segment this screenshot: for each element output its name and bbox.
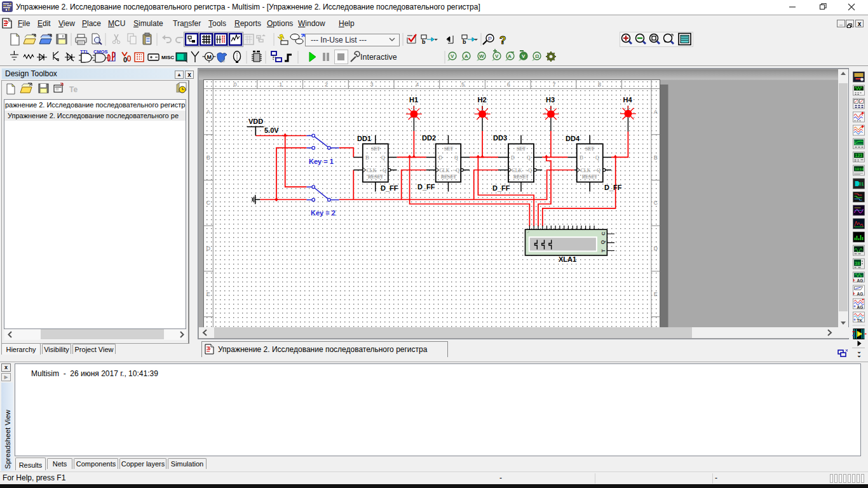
svg-text:Ω: Ω <box>535 53 539 59</box>
svg-text:3: 3 <box>370 81 374 88</box>
svg-text:RESET: RESET <box>368 174 384 180</box>
svg-text:C: C <box>654 200 658 206</box>
svg-text:TTL: TTL <box>80 49 89 55</box>
svg-text:D: D <box>438 155 442 161</box>
svg-text:Interactive: Interactive <box>360 53 397 62</box>
svg-text:A: A <box>207 109 210 115</box>
svg-text:Te: Te <box>69 85 78 94</box>
svg-text:AG: AG <box>857 292 864 296</box>
svg-text:5.0V: 5.0V <box>264 126 279 134</box>
svg-text:6: 6 <box>507 81 510 88</box>
svg-text:b: b <box>463 39 466 45</box>
svg-text:8: 8 <box>598 81 601 88</box>
svg-text:~Q: ~Q <box>594 168 600 173</box>
svg-text:SET: SET <box>371 146 380 152</box>
svg-text:5: 5 <box>461 81 465 88</box>
svg-text:A: A <box>654 109 658 115</box>
svg-text:TK: TK <box>857 318 863 323</box>
svg-text:123: 123 <box>855 154 863 158</box>
svg-text:Key = 2: Key = 2 <box>311 209 336 217</box>
svg-text:RESET: RESET <box>441 174 457 180</box>
svg-text:V: V <box>495 53 499 59</box>
svg-text:CLK: CLK <box>512 168 522 173</box>
svg-text:C: C <box>207 200 211 206</box>
svg-text:VDD: VDD <box>248 118 263 125</box>
svg-text:1: 1 <box>279 81 282 88</box>
svg-text:0: 0 <box>123 56 127 64</box>
svg-text:~Q: ~Q <box>453 168 459 173</box>
svg-text:CMOS: CMOS <box>93 49 108 55</box>
svg-text:E: E <box>654 291 658 297</box>
svg-text:D: D <box>207 245 211 252</box>
svg-text:XLA1: XLA1 <box>559 255 576 263</box>
svg-text:AG: AG <box>857 278 864 283</box>
svg-text:D_FF: D_FF <box>417 183 435 191</box>
svg-text:W: W <box>479 53 484 59</box>
svg-text:Q: Q <box>454 155 458 161</box>
svg-text:P: P <box>488 36 492 42</box>
svg-text:D_FF: D_FF <box>604 184 622 191</box>
svg-text:AG: AG <box>857 305 864 309</box>
svg-text:Key = 1: Key = 1 <box>309 158 334 165</box>
svg-text:V: V <box>522 53 526 59</box>
svg-text:~Q: ~Q <box>526 168 532 173</box>
svg-text:D_FF: D_FF <box>381 184 398 192</box>
svg-text:4: 4 <box>416 81 419 88</box>
svg-text:DD4: DD4 <box>566 135 580 142</box>
svg-text:DD3: DD3 <box>493 134 507 142</box>
svg-text:D: D <box>365 155 369 161</box>
svg-text:01: 01 <box>859 182 864 186</box>
svg-text:A: A <box>508 53 512 59</box>
svg-text:CLK: CLK <box>581 168 591 173</box>
svg-text:D_FF: D_FF <box>492 184 510 192</box>
svg-text:RESET: RESET <box>582 174 598 180</box>
svg-text:T: T <box>600 249 606 252</box>
svg-text:NI: NI <box>221 59 225 63</box>
svg-text:H4: H4 <box>623 96 633 104</box>
svg-text:D: D <box>511 155 515 161</box>
svg-text:Q: Q <box>595 155 599 161</box>
svg-text:SET: SET <box>585 146 594 152</box>
svg-text:V: V <box>451 53 454 59</box>
svg-text:B: B <box>654 154 658 161</box>
svg-text:CLK: CLK <box>367 168 377 173</box>
svg-text:CLK: CLK <box>440 168 450 173</box>
svg-text:H1: H1 <box>409 96 418 104</box>
svg-text:DD1: DD1 <box>357 135 371 142</box>
svg-text:D: D <box>580 155 583 161</box>
svg-text:MISC: MISC <box>161 55 174 60</box>
svg-text:b: b <box>422 39 426 45</box>
svg-text:SET: SET <box>517 146 526 152</box>
svg-text:SET: SET <box>444 146 453 152</box>
svg-text:--- In-Use List ---: --- In-Use List --- <box>311 36 367 44</box>
svg-text:A: A <box>465 53 468 59</box>
svg-text:2: 2 <box>325 81 328 88</box>
svg-text:Q: Q <box>381 155 385 161</box>
svg-text:E: E <box>207 291 210 297</box>
svg-text:7: 7 <box>552 81 555 88</box>
svg-text:?: ? <box>499 34 506 46</box>
svg-text:H2: H2 <box>477 96 486 104</box>
svg-text:Q: Q <box>527 155 531 161</box>
svg-text:D: D <box>654 245 658 252</box>
svg-text:~Q: ~Q <box>380 168 386 173</box>
svg-text:RESET: RESET <box>513 174 529 180</box>
svg-text:1010: 1010 <box>855 167 864 172</box>
svg-text:0: 0 <box>233 81 236 88</box>
svg-text:M: M <box>207 54 212 60</box>
svg-text:H3: H3 <box>546 96 555 104</box>
svg-text:38: 38 <box>855 261 860 266</box>
svg-text:B: B <box>207 154 210 161</box>
svg-text:DD2: DD2 <box>422 134 436 142</box>
svg-text:Q: Q <box>600 240 606 244</box>
